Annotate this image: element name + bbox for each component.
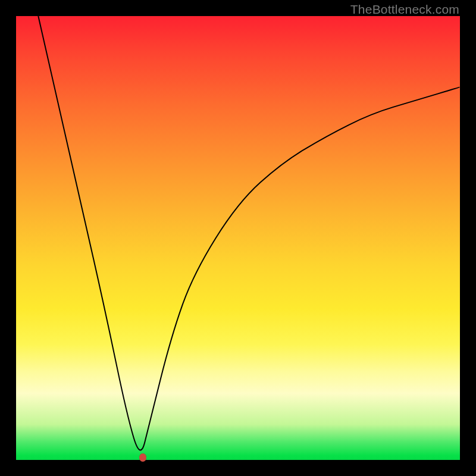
optimum-marker-dot [139, 453, 146, 462]
watermark-text: TheBottleneck.com [350, 2, 459, 17]
bottleneck-curve-path [38, 16, 460, 450]
chart-curve-svg [16, 16, 460, 460]
